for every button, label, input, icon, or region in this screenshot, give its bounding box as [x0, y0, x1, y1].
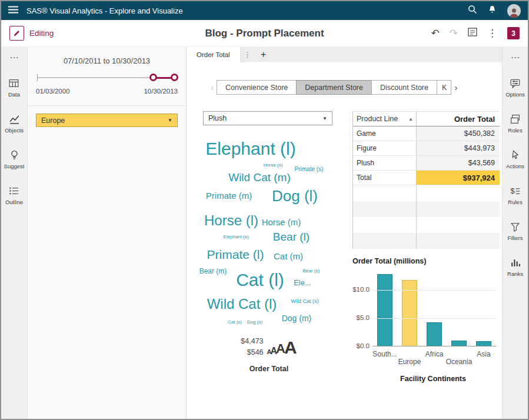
sidebar-item-suggest[interactable]: Suggest: [4, 149, 25, 169]
alert-count-badge[interactable]: 3: [507, 27, 520, 39]
table-empty-row: [353, 201, 500, 217]
store-button[interactable]: Department Store: [296, 80, 372, 95]
product-line-cell: Figure: [353, 141, 417, 155]
right-rail-more-icon[interactable]: ⋯: [511, 53, 520, 62]
word-cloud-term[interactable]: Elephant (l): [205, 140, 295, 158]
report-view-icon[interactable]: [468, 28, 477, 39]
chart-bar[interactable]: [377, 274, 392, 346]
table-body: Game$450,382Figure$443,973Plush$43,569To…: [353, 126, 500, 249]
bar-chart: Order Total (millions) South...EuropeAfr…: [352, 257, 500, 383]
display-rules-icon: $: [510, 185, 521, 196]
tab-kebab-icon[interactable]: ⋮: [241, 47, 255, 62]
word-cloud-term[interactable]: Bear (s): [303, 269, 320, 274]
word-cloud-term[interactable]: Dog (s): [247, 320, 262, 325]
data-table-icon: [8, 78, 19, 89]
plot: [372, 270, 496, 346]
word-cloud-term[interactable]: Cat (m): [274, 252, 303, 261]
chart-bar[interactable]: [476, 341, 491, 346]
redo-icon[interactable]: ↷: [450, 28, 458, 38]
sidebar-item-outline[interactable]: Outline: [5, 185, 23, 205]
order-total-cell: $443,973: [417, 141, 500, 155]
add-tab-button[interactable]: +: [255, 47, 272, 62]
sidebar-item-data[interactable]: Data: [8, 78, 20, 98]
panel-item-options[interactable]: Options: [505, 78, 525, 98]
word-cloud-term[interactable]: Dog (m): [282, 314, 312, 322]
panel-item-rules[interactable]: $ Rules: [508, 185, 522, 205]
legend-min-value: $546: [247, 348, 264, 356]
word-cloud-term[interactable]: Elephant (s): [223, 235, 248, 239]
sidebar-item-objects[interactable]: Objects: [5, 114, 24, 134]
x-axis-category-label: Asia: [477, 350, 490, 358]
table-empty-row: [353, 185, 500, 201]
search-icon[interactable]: [468, 5, 477, 16]
chart-bar[interactable]: [427, 322, 442, 346]
store-button[interactable]: K: [437, 80, 451, 95]
chart-objects-icon: [9, 114, 20, 125]
chart-bar[interactable]: [451, 341, 467, 346]
word-cloud-term[interactable]: Wild Cat (s): [291, 299, 319, 304]
word-cloud-term[interactable]: Bear (l): [273, 231, 310, 242]
kebab-menu-icon[interactable]: ⋮: [487, 28, 497, 38]
store-button[interactable]: Discount Store: [371, 80, 437, 95]
scroll-right-chevron-icon[interactable]: ›: [451, 83, 461, 92]
table-row[interactable]: Figure$443,973: [353, 141, 500, 156]
slider-start-handle[interactable]: [149, 74, 157, 81]
column-header-order-total[interactable]: Order Total: [417, 115, 500, 124]
user-avatar[interactable]: [507, 4, 521, 18]
top-bar: SAS® Visual Analytics - Explore and Visu…: [1, 1, 528, 20]
product-dropdown[interactable]: Plush ▼: [203, 111, 332, 125]
panel-item-actions[interactable]: Actions: [506, 149, 524, 169]
panel-item-roles[interactable]: Roles: [508, 114, 522, 134]
report-header: Blog - Prompt Placement Editing ↶ ↷ ⋮ 3: [1, 20, 528, 47]
x-axis-labels: South...EuropeAfricaOceaniaAsia: [372, 349, 496, 366]
date-range-slider[interactable]: [36, 69, 178, 86]
x-axis-title: Facility Continents: [352, 375, 500, 383]
undo-icon[interactable]: ↶: [431, 28, 440, 38]
report-canvas: ‹ Convenience StoreDepartment StoreDisco…: [187, 62, 502, 419]
chevron-down-icon: ▼: [168, 118, 172, 123]
word-cloud-term[interactable]: Horse (l): [204, 214, 258, 228]
pencil-icon: [9, 26, 24, 41]
word-cloud-caption: Order Total: [195, 365, 343, 373]
table-row[interactable]: Plush$43,569: [353, 156, 500, 171]
date-range-label: 07/10/2011 to 10/30/2013: [36, 56, 178, 65]
word-cloud-term[interactable]: Wild Cat (l): [207, 297, 277, 311]
word-cloud-term[interactable]: Cat (s): [228, 320, 242, 325]
table-row[interactable]: Total$937,924: [353, 171, 500, 185]
word-cloud-term[interactable]: Ele...: [294, 279, 311, 286]
word-cloud-term[interactable]: Cat (l): [236, 271, 284, 289]
right-panel: Product Line ▲ Order Total Game$450,382F…: [352, 111, 500, 383]
region-dropdown[interactable]: Europe ▼: [36, 114, 178, 127]
order-total-cell: $43,569: [417, 156, 500, 170]
word-cloud-term[interactable]: Dog (l): [272, 188, 318, 204]
word-cloud-term[interactable]: Bear (m): [199, 268, 227, 275]
word-cloud-term[interactable]: Primate (l): [207, 248, 264, 261]
tab-order-total[interactable]: Order Total: [187, 47, 241, 62]
x-axis-category-label: Africa: [425, 350, 444, 358]
word-cloud-term[interactable]: Primate (s): [295, 166, 324, 172]
options-bubble-icon: [510, 78, 521, 89]
y-axis-tick-label: $0.0: [352, 342, 370, 349]
size-legend-glyph: A: [284, 340, 297, 355]
y-axis-tick-label: $10.0: [352, 286, 370, 293]
store-button[interactable]: Convenience Store: [217, 80, 297, 95]
scroll-left-chevron-icon[interactable]: ‹: [208, 83, 217, 92]
x-axis-category-label: Europe: [398, 358, 421, 366]
word-cloud-term[interactable]: Wild Cat (m): [228, 172, 291, 183]
tab-bar: Order Total ⋮ +: [187, 47, 502, 62]
left-rail-more-icon[interactable]: ⋯: [10, 53, 19, 62]
hamburger-menu-icon[interactable]: [8, 5, 18, 16]
panel-item-filters[interactable]: Filters: [508, 221, 523, 241]
word-cloud-term[interactable]: Horse (s): [264, 163, 283, 168]
edit-mode-indicator[interactable]: Editing: [9, 26, 54, 41]
word-cloud-panel: Plush ▼ Elephant (l)Horse (s)Primate (s)…: [195, 111, 343, 383]
column-header-product-line[interactable]: Product Line ▲: [353, 112, 417, 126]
main-area: Order Total ⋮ + ‹ Convenience StoreDepar…: [187, 47, 502, 419]
word-cloud-term[interactable]: Primate (m): [206, 191, 252, 200]
word-cloud-term[interactable]: Horse (m): [262, 218, 301, 226]
region-dropdown-value: Europe: [41, 116, 65, 125]
table-row[interactable]: Game$450,382: [353, 126, 500, 141]
notifications-bell-icon[interactable]: [488, 5, 497, 16]
panel-item-ranks[interactable]: Ranks: [507, 257, 523, 277]
slider-end-handle[interactable]: [171, 74, 178, 81]
